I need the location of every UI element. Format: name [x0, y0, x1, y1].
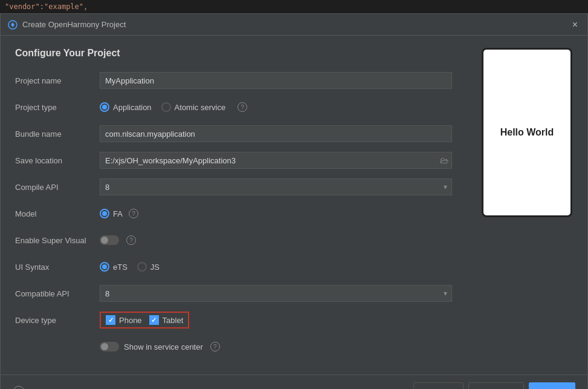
checkbox-phone[interactable]: Phone — [106, 315, 142, 325]
device-type-row: Device type Phone Tablet — [15, 309, 452, 331]
project-name-input[interactable] — [100, 72, 452, 89]
bundle-name-row: Bundle name — [15, 123, 452, 145]
dialog-titlebar: Create OpenHarmony Project × — [1, 14, 587, 36]
compatible-api-select[interactable]: 8 9 10 — [100, 285, 452, 302]
show-service-center-row: Show in service center ? — [15, 336, 452, 358]
ui-syntax-control: eTS JS — [100, 262, 452, 272]
phone-preview: Hello World — [482, 48, 572, 217]
openharmony-logo-icon — [8, 20, 18, 30]
radio-js[interactable]: JS — [137, 262, 160, 272]
project-type-label: Project type — [15, 103, 100, 112]
preview-section: Hello World — [467, 36, 587, 374]
compatible-api-label: Compatible API — [15, 289, 100, 298]
dialog-footer: ? Cancel Previous Finish — [1, 374, 587, 389]
device-type-label: Device type — [15, 316, 100, 325]
radio-application[interactable]: Application — [100, 102, 152, 112]
radio-ets[interactable]: eTS — [100, 262, 128, 272]
enable-super-visual-label: Enable Super Visual — [15, 236, 100, 245]
checkbox-tablet[interactable]: Tablet — [149, 315, 184, 325]
dialog-title-left: Create OpenHarmony Project — [8, 20, 126, 30]
bundle-name-label: Bundle name — [15, 129, 100, 139]
ui-syntax-radio-group: eTS JS — [100, 262, 452, 272]
save-location-input[interactable] — [100, 152, 452, 169]
compatible-api-row: Compatible API 8 9 10 ▾ — [15, 283, 452, 304]
folder-browse-button[interactable]: 🗁 — [440, 155, 448, 165]
footer-left: ? — [13, 386, 25, 389]
project-name-row: Project name — [15, 70, 452, 91]
model-fa-label: FA — [113, 209, 123, 218]
show-service-center-label: Show in service center — [124, 342, 203, 351]
radio-atomic-button[interactable] — [161, 102, 171, 112]
compile-api-control: 8 9 10 ▾ — [100, 178, 452, 195]
preview-hello-world: Hello World — [500, 127, 554, 138]
compile-api-label: Compile API — [15, 183, 100, 192]
checkbox-tablet-input[interactable] — [149, 315, 159, 325]
radio-application-button[interactable] — [100, 102, 109, 112]
dialog-title: Create OpenHarmony Project — [22, 20, 126, 29]
save-location-control: 🗁 — [100, 152, 452, 169]
enable-super-visual-row: Enable Super Visual ? — [15, 229, 452, 251]
model-label: Model — [15, 209, 100, 218]
checkbox-phone-label: Phone — [119, 316, 142, 325]
compile-api-select[interactable]: 8 9 10 — [100, 178, 452, 195]
bundle-name-control — [100, 125, 452, 142]
footer-help-icon[interactable]: ? — [13, 386, 25, 389]
radio-atomic-service[interactable]: Atomic service — [161, 102, 226, 112]
project-type-row: Project type Application Atomic service — [15, 96, 452, 118]
project-type-help-icon[interactable]: ? — [237, 102, 247, 112]
radio-atomic-label: Atomic service — [175, 103, 226, 112]
cancel-button[interactable]: Cancel — [413, 382, 463, 389]
enable-super-visual-toggle[interactable] — [100, 235, 119, 245]
show-service-center-toggle[interactable] — [100, 342, 119, 351]
ui-syntax-row: UI Syntax eTS JS — [15, 256, 452, 278]
checkbox-tablet-label: Tablet — [163, 316, 184, 325]
show-service-center-control: Show in service center ? — [100, 342, 452, 351]
code-text: "vendor":"example", — [5, 2, 88, 11]
form-title: Configure Your Project — [15, 48, 452, 59]
ui-syntax-label: UI Syntax — [15, 263, 100, 272]
model-fa-group: FA ? — [100, 209, 452, 218]
show-service-center-help-icon[interactable]: ? — [210, 342, 220, 351]
form-section: Configure Your Project Project name Proj… — [1, 36, 467, 374]
compatible-api-control: 8 9 10 ▾ — [100, 285, 452, 302]
radio-ets-button[interactable] — [100, 262, 109, 272]
save-location-row: Save location 🗁 — [15, 149, 452, 171]
compile-api-row: Compile API 8 9 10 ▾ — [15, 176, 452, 198]
super-visual-help-icon[interactable]: ? — [126, 235, 136, 245]
project-name-label: Project name — [15, 76, 100, 85]
code-background: "vendor":"example", — [0, 0, 588, 13]
model-row: Model FA ? — [15, 203, 452, 224]
radio-application-label: Application — [113, 103, 152, 112]
enable-super-visual-control: ? — [100, 235, 452, 245]
dialog-overlay: Create OpenHarmony Project × Configure Y… — [0, 13, 588, 389]
dialog-body: Configure Your Project Project name Proj… — [1, 36, 587, 374]
project-type-control: Application Atomic service ? — [100, 102, 452, 112]
project-name-control — [100, 72, 452, 89]
save-location-label: Save location — [15, 156, 100, 165]
footer-buttons: Cancel Previous Finish — [413, 382, 575, 389]
radio-js-button[interactable] — [137, 262, 147, 272]
model-help-icon[interactable]: ? — [129, 209, 138, 218]
device-type-control: Phone Tablet — [100, 312, 452, 329]
dialog: Create OpenHarmony Project × Configure Y… — [0, 13, 588, 389]
previous-button[interactable]: Previous — [468, 382, 525, 389]
checkbox-phone-input[interactable] — [106, 315, 115, 325]
close-button[interactable]: × — [570, 20, 580, 30]
finish-button[interactable]: Finish — [529, 382, 575, 389]
model-fa-radio[interactable] — [100, 209, 109, 218]
bundle-name-input[interactable] — [100, 125, 452, 142]
project-type-radio-group: Application Atomic service ? — [100, 102, 452, 112]
device-type-wrapper: Phone Tablet — [100, 312, 189, 329]
model-control: FA ? — [100, 209, 452, 218]
radio-js-label: JS — [150, 263, 160, 272]
radio-ets-label: eTS — [113, 263, 128, 272]
